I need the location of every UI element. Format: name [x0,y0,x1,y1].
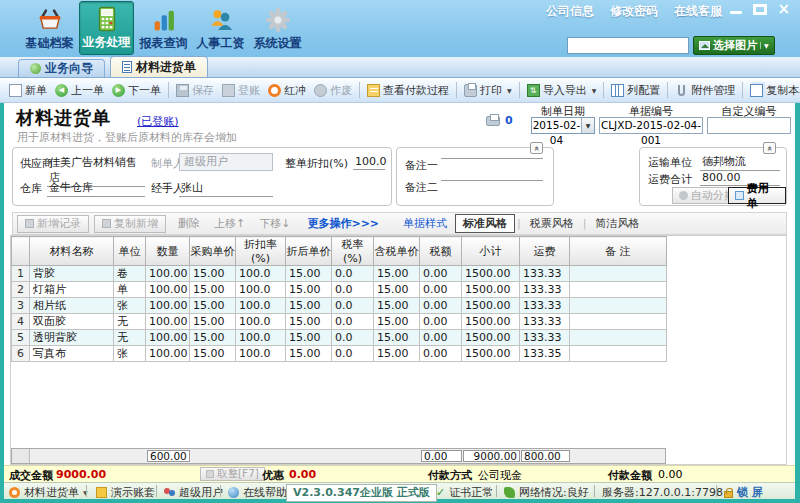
table-cell[interactable]: 100.00 [146,282,190,298]
move-up-link[interactable]: 上移↑ [214,216,245,231]
table-cell[interactable]: 15.00 [374,266,420,282]
table-cell[interactable]: 133.33 [520,330,570,346]
pay-amount-value[interactable]: 0.00 [656,468,776,483]
minimize-button[interactable] [729,4,743,15]
table-cell[interactable]: 133.33 [520,314,570,330]
remark2-field[interactable] [441,179,543,181]
table-cell[interactable]: 无 [114,330,146,346]
image-path-input[interactable] [567,37,689,54]
table-cell[interactable]: 0.0 [332,266,374,282]
remark1-field[interactable] [441,157,543,159]
table-cell[interactable]: 0.0 [332,298,374,314]
row-number[interactable]: 5 [12,330,30,346]
round-button[interactable]: 取整[F7] [200,467,265,481]
table-cell[interactable]: 133.33 [520,266,570,282]
post-account-button[interactable]: 登账 [218,81,264,100]
column-header[interactable]: 税率(%) [332,237,374,266]
online-service-link[interactable]: 在线客服 [674,3,722,20]
table-cell[interactable]: 张 [114,298,146,314]
table-cell[interactable] [570,314,667,330]
table-cell[interactable]: 15.00 [286,346,332,362]
move-down-link[interactable]: 下移↓ [259,216,290,231]
row-number[interactable]: 3 [12,298,30,314]
table-cell[interactable]: 15.00 [374,298,420,314]
table-cell[interactable]: 15.00 [374,346,420,362]
column-header[interactable]: 采购单价 [190,237,236,266]
table-cell[interactable]: 1500.00 [462,330,520,346]
style-tax-invoice[interactable]: 税票风格 [523,215,581,232]
row-number[interactable]: 6 [12,346,30,362]
more-actions-link[interactable]: 更多操作>>> [307,216,379,231]
table-cell[interactable]: 15.00 [374,282,420,298]
style-simple[interactable]: 简洁风格 [589,215,647,232]
void-button[interactable]: 作废 [310,81,356,100]
table-cell[interactable]: 100.00 [146,298,190,314]
prev-doc-button[interactable]: ◀上一单 [51,81,108,100]
new-doc-button[interactable]: 新单 [5,81,51,100]
table-cell[interactable]: 100.00 [146,346,190,362]
select-image-button[interactable]: 选择图片 ▼ [693,36,775,55]
table-cell[interactable]: 133.33 [520,298,570,314]
table-cell[interactable]: 100.0 [236,266,286,282]
table-cell[interactable]: 写真布 [30,346,114,362]
discount-field[interactable]: 100.0 [353,155,385,170]
nav-item-hr-payroll[interactable]: 人事工资 [193,1,248,55]
copy-add-row-button[interactable]: 复制新增 [94,215,166,233]
table-cell[interactable]: 0.0 [332,346,374,362]
maximize-button[interactable] [753,4,767,15]
red-reverse-button[interactable]: 红冲 [264,81,310,100]
table-cell[interactable]: 张 [114,346,146,362]
tab-business-wizard[interactable]: 业务向导 [18,59,105,77]
table-cell[interactable]: 相片纸 [30,298,114,314]
table-cell[interactable]: 15.00 [286,330,332,346]
table-cell[interactable]: 单 [114,282,146,298]
table-cell[interactable]: 灯箱片 [30,282,114,298]
table-cell[interactable]: 100.0 [236,298,286,314]
table-cell[interactable]: 15.00 [190,298,236,314]
doc-type-menu[interactable]: 材料进货单 ▼ [9,485,88,500]
table-cell[interactable]: 1500.00 [462,282,520,298]
table-cell[interactable] [570,346,667,362]
table-cell[interactable]: 100.00 [146,314,190,330]
table-cell[interactable]: 15.00 [190,330,236,346]
table-cell[interactable] [570,298,667,314]
column-header[interactable]: 单位 [114,237,146,266]
copy-doc-button[interactable]: 复制本单 [746,81,800,100]
column-config-button[interactable]: 列配置 [607,81,664,100]
table-cell[interactable]: 1500.00 [462,298,520,314]
discount-amount-value[interactable]: 0.00 [289,468,316,481]
table-cell[interactable]: 15.00 [286,314,332,330]
table-cell[interactable]: 100.0 [236,330,286,346]
table-cell[interactable]: 1500.00 [462,346,520,362]
table-cell[interactable] [570,282,667,298]
nav-item-reports[interactable]: 报表查询 [136,1,191,55]
table-cell[interactable]: 100.0 [236,282,286,298]
table-cell[interactable]: 100.0 [236,346,286,362]
nav-item-base-archives[interactable]: 基础档案 [22,1,77,55]
table-cell[interactable]: 133.35 [520,346,570,362]
date-combobox[interactable]: 2015-02-04 ▼ [531,117,595,134]
table-cell[interactable]: 双面胶 [30,314,114,330]
table-cell[interactable]: 0.00 [420,282,462,298]
column-header[interactable]: 备 注 [570,237,667,266]
row-number[interactable]: 1 [12,266,30,282]
fee-doc-button[interactable]: 费用单 [728,187,786,204]
change-password-link[interactable]: 修改密码 [610,3,658,20]
table-cell[interactable]: 无 [114,314,146,330]
add-row-button[interactable]: 新增记录 [17,215,89,233]
chevron-down-icon[interactable]: ▼ [581,118,594,133]
import-export-button[interactable]: ⇅导入导出▼ [523,81,601,100]
lock-screen-button[interactable]: 锁 屏 [724,485,763,500]
warehouse-field[interactable]: 金牛仓库 [47,180,145,197]
posted-status-link[interactable]: (已登账) [137,114,179,129]
column-header[interactable]: 数量 [146,237,190,266]
collapse-button[interactable]: « [763,142,776,154]
table-cell[interactable]: 0.0 [332,282,374,298]
handler-field[interactable]: 张山 [179,180,273,197]
next-doc-button[interactable]: ▶下一单 [108,81,165,100]
delete-row-link[interactable]: 删除 [178,216,200,231]
table-cell[interactable] [570,266,667,282]
print-button[interactable]: 打印▼ [460,81,516,100]
column-header[interactable]: 小计 [462,237,520,266]
table-cell[interactable]: 100.0 [236,314,286,330]
